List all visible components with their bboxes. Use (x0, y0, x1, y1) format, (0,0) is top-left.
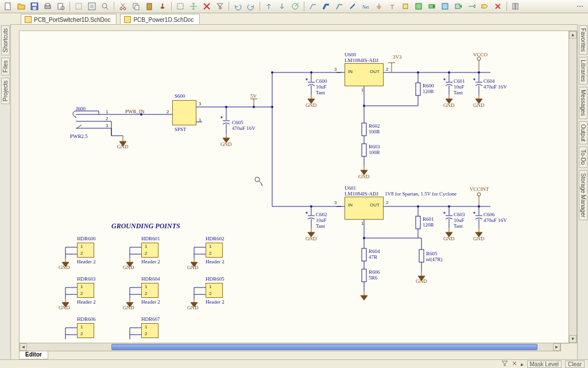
place-device-sheet-button[interactable] (439, 1, 451, 12)
tab-power[interactable]: PCB_Power1D.SchDoc (120, 14, 200, 25)
horizontal-scrollbar[interactable]: ◄ ► (19, 343, 561, 351)
u601-pin1: 1 (361, 221, 363, 226)
place-bus-entry-button[interactable] (347, 1, 358, 12)
r605-ref: R605 (426, 251, 438, 256)
tab-label: PCB_Power1D.SchDoc (133, 17, 194, 23)
mask-level-button[interactable]: Mask Level (527, 361, 562, 368)
place-power-gnd-button[interactable] (373, 1, 385, 12)
redo-button[interactable] (245, 1, 257, 12)
panel-messages[interactable]: Messages (579, 87, 587, 119)
c604-gnd: GND (473, 102, 485, 108)
toolbar-overflow-button[interactable] (574, 1, 586, 12)
schematic-canvas[interactable]: .wire { stroke:#1a1a8a; stroke-width:1; … (19, 30, 569, 343)
c603-type: Tant (454, 223, 463, 229)
component-hdr606[interactable] (77, 323, 94, 338)
hdr601-type: Header 2 (141, 259, 160, 264)
undo-button[interactable] (232, 1, 243, 12)
note-1v8: 1V8 for Spartan, 1.5V for Cyclone (385, 191, 457, 197)
component-hdr603[interactable] (77, 283, 94, 298)
vertical-scrollbar[interactable]: ▲ ▼ (568, 30, 577, 343)
component-s600[interactable] (172, 100, 196, 125)
rail-3v3: 3V3 (393, 54, 402, 60)
j600-gnd: GND (117, 144, 129, 150)
component-hdr605[interactable] (206, 283, 223, 298)
hdr600-pin2: 2 (80, 251, 83, 256)
hdr606-ref: HDR606 (77, 316, 96, 322)
paste-button[interactable] (144, 1, 155, 12)
component-hdr607[interactable] (141, 323, 158, 338)
scroll-down-button[interactable]: ▼ (569, 335, 577, 343)
move-button[interactable] (188, 1, 199, 12)
panel-favorites[interactable]: Favorites (579, 25, 587, 55)
panel-libraries[interactable]: Libraries (579, 57, 587, 85)
cut-button[interactable] (117, 1, 129, 12)
place-power-vcc-button[interactable] (386, 1, 398, 12)
browse-library-button[interactable] (510, 1, 521, 12)
r604-val: 47R (369, 254, 377, 260)
place-part-button[interactable] (400, 1, 411, 12)
zoom-selected-button[interactable] (99, 1, 111, 12)
c601-val: 10uF (454, 84, 465, 90)
component-u600[interactable] (345, 63, 384, 86)
component-u601[interactable] (345, 197, 384, 220)
place-signal-harness-button[interactable] (334, 1, 345, 12)
panel-storage-manager[interactable]: Storage Manager (579, 170, 587, 220)
place-bus-button[interactable] (320, 1, 332, 12)
component-hdr601[interactable] (141, 243, 158, 258)
panel-output[interactable]: Output (579, 121, 587, 144)
status-filter-icon[interactable] (501, 361, 508, 367)
panel-shortcuts[interactable]: Shortcuts (1, 25, 10, 55)
scroll-up-button[interactable]: ▲ (569, 31, 577, 39)
hierarchy-down-button[interactable] (276, 1, 288, 12)
panel-todo[interactable]: To-Do (579, 147, 587, 168)
clear-filter-button[interactable] (214, 1, 226, 12)
save-button[interactable] (29, 1, 40, 12)
c601-type: Tant (454, 90, 463, 95)
hdr605-pin2: 2 (209, 291, 211, 296)
c606-ref: C606 (483, 212, 495, 217)
place-netlabel-button[interactable]: Net (360, 1, 372, 12)
component-hdr604[interactable] (141, 283, 158, 298)
scroll-thumb[interactable] (111, 344, 537, 350)
deselect-button[interactable] (201, 1, 212, 12)
component-hdr602[interactable] (206, 243, 223, 258)
panel-files[interactable]: Files (1, 57, 10, 75)
svg-rect-22 (162, 3, 163, 7)
rubberstamp-button[interactable] (157, 1, 168, 12)
hdr604-ref: HDR604 (141, 276, 160, 282)
open-button[interactable] (16, 1, 27, 12)
tab-portswitcher[interactable]: PCB_PortSwitcher1D.SchDoc (21, 14, 117, 25)
place-wire-button[interactable] (307, 1, 319, 12)
status-pin-icon[interactable] (512, 361, 517, 367)
place-harness-conn-button[interactable] (452, 1, 464, 12)
place-sheet-symbol-button[interactable] (413, 1, 424, 12)
schematic-doc-icon (25, 16, 32, 23)
zoom-region-button[interactable] (73, 1, 84, 12)
place-sheet-entry-button[interactable] (426, 1, 438, 12)
rail-5v: 5V (250, 93, 257, 99)
print-button[interactable] (42, 1, 53, 12)
svg-point-47 (579, 6, 581, 7)
c603-ref: C603 (454, 212, 465, 217)
place-harness-entry-button[interactable] (466, 1, 477, 12)
svg-rect-40 (442, 3, 448, 9)
scroll-left-button[interactable]: ◄ (20, 343, 27, 351)
hierarchy-up-button[interactable] (263, 1, 274, 12)
tab-editor[interactable]: Editor (19, 351, 48, 359)
scroll-right-button[interactable]: ► (553, 343, 560, 351)
j600-pin1: 1 (106, 109, 108, 114)
print-preview-button[interactable] (55, 1, 67, 12)
clear-button[interactable]: Clear (565, 361, 585, 368)
zoom-fit-button[interactable] (86, 1, 98, 12)
rail-vcco: VCCO (473, 52, 488, 57)
cross-probe-button[interactable] (289, 1, 301, 12)
panel-projects[interactable]: Projects (1, 78, 10, 104)
select-lasso-button[interactable] (175, 1, 186, 12)
status-chevron-icon[interactable]: ▸ (521, 361, 524, 367)
place-noerc-button[interactable] (492, 1, 504, 12)
place-port-button[interactable] (479, 1, 490, 12)
new-doc-button[interactable] (2, 1, 14, 12)
copy-button[interactable] (130, 1, 142, 12)
component-hdr600[interactable] (77, 243, 94, 258)
hdr604-pin1: 1 (145, 284, 147, 289)
